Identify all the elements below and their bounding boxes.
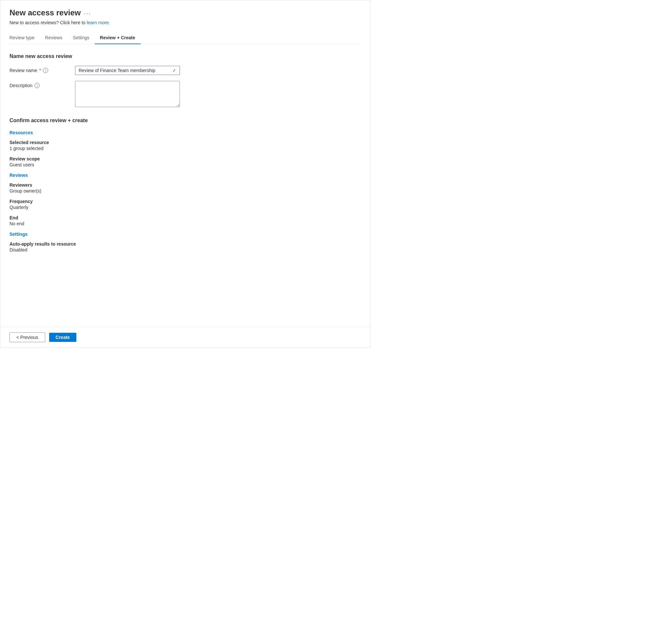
frequency-value: Quarterly bbox=[9, 205, 361, 210]
review-name-info-icon[interactable]: i bbox=[43, 68, 48, 73]
review-name-label: Review name * i bbox=[9, 66, 75, 73]
previous-button[interactable]: < Previous bbox=[9, 332, 45, 342]
settings-section-label: Settings bbox=[9, 232, 361, 237]
selected-resource-group: Selected resource 1 group selected bbox=[9, 140, 361, 151]
reviewers-value: Group owner(s) bbox=[9, 188, 361, 194]
learn-more-text: New to access reviews? Click here to lea… bbox=[9, 20, 361, 25]
required-star: * bbox=[39, 68, 41, 73]
tab-review-type[interactable]: Review type bbox=[9, 32, 40, 44]
end-label: End bbox=[9, 215, 361, 220]
frequency-label: Frequency bbox=[9, 199, 361, 204]
reviews-section-label: Reviews bbox=[9, 173, 361, 178]
review-scope-group: Review scope Guest users bbox=[9, 156, 361, 167]
review-scope-label: Review scope bbox=[9, 156, 361, 161]
page-title: New access review bbox=[9, 8, 81, 17]
check-icon: ✓ bbox=[172, 68, 176, 73]
page-container: New access review ··· New to access revi… bbox=[0, 0, 370, 348]
name-section-title: Name new access review bbox=[9, 53, 361, 59]
review-name-input[interactable] bbox=[79, 68, 170, 73]
name-section: Name new access review Review name * i ✓… bbox=[9, 53, 361, 107]
reviewers-label: Reviewers bbox=[9, 182, 361, 188]
selected-resource-label: Selected resource bbox=[9, 140, 361, 145]
confirm-title: Confirm access review + create bbox=[9, 117, 361, 124]
description-row: Description i bbox=[9, 81, 361, 107]
review-scope-value: Guest users bbox=[9, 162, 361, 167]
auto-apply-label: Auto-apply results to resource bbox=[9, 241, 361, 247]
settings-confirm-section: Settings Auto-apply results to resource … bbox=[9, 232, 361, 253]
footer: < Previous Create bbox=[0, 327, 370, 348]
reviews-confirm-section: Reviews Reviewers Group owner(s) Frequen… bbox=[9, 173, 361, 226]
reviewers-group: Reviewers Group owner(s) bbox=[9, 182, 361, 194]
tab-review-create[interactable]: Review + Create bbox=[95, 32, 141, 44]
frequency-group: Frequency Quarterly bbox=[9, 199, 361, 210]
page-header: New access review ··· bbox=[9, 8, 361, 17]
resources-section: Resources Selected resource 1 group sele… bbox=[9, 130, 361, 167]
tab-settings[interactable]: Settings bbox=[67, 32, 95, 44]
create-button[interactable]: Create bbox=[49, 333, 77, 342]
description-info-icon[interactable]: i bbox=[35, 83, 40, 88]
auto-apply-value: Disabled bbox=[9, 247, 361, 253]
tabs-container: Review type Reviews Settings Review + Cr… bbox=[9, 32, 361, 44]
end-group: End No end bbox=[9, 215, 361, 226]
selected-resource-value: 1 group selected bbox=[9, 146, 361, 151]
tab-reviews[interactable]: Reviews bbox=[40, 32, 67, 44]
learn-more-link[interactable]: learn more. bbox=[87, 20, 110, 25]
confirm-section: Confirm access review + create Resources… bbox=[9, 117, 361, 253]
more-options-icon[interactable]: ··· bbox=[84, 10, 91, 17]
end-value: No end bbox=[9, 221, 361, 226]
description-textarea[interactable] bbox=[75, 81, 180, 107]
description-label: Description i bbox=[9, 81, 75, 88]
learn-more-prefix: New to access reviews? Click here to bbox=[9, 20, 85, 25]
main-content: New access review ··· New to access revi… bbox=[0, 0, 370, 327]
resources-section-label: Resources bbox=[9, 130, 361, 135]
review-name-input-wrapper: ✓ bbox=[75, 66, 180, 75]
auto-apply-group: Auto-apply results to resource Disabled bbox=[9, 241, 361, 253]
review-name-row: Review name * i ✓ bbox=[9, 66, 361, 75]
